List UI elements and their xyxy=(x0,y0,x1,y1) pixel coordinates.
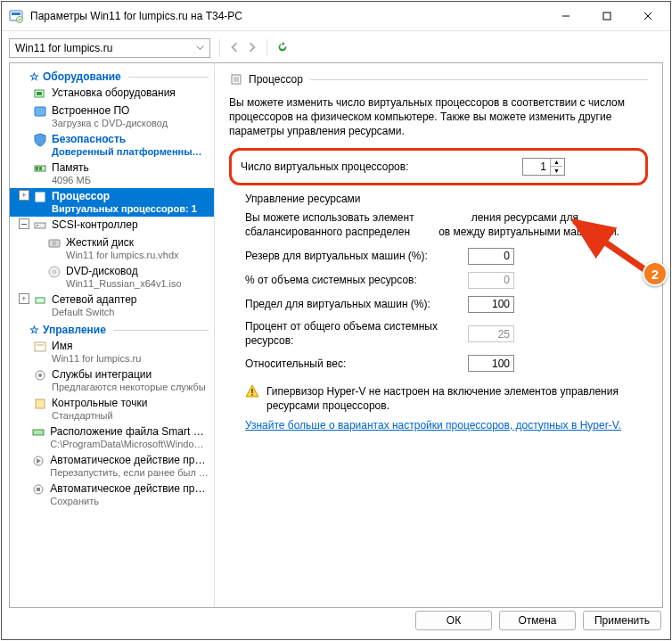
weight-label: Относительный вес: xyxy=(245,357,468,370)
tree-item-processor[interactable]: ПроцессорВиртуальных процессоров: 1 xyxy=(10,188,214,217)
nav-back-button[interactable] xyxy=(229,42,240,55)
svg-rect-30 xyxy=(37,488,40,491)
tree-item-network[interactable]: Сетевой адаптерDefault Switch xyxy=(10,292,214,320)
settings-window: Параметры Win11 for lumpics.ru на T34-PC… xyxy=(1,1,671,640)
svg-point-20 xyxy=(53,271,56,274)
pct-sys-value xyxy=(468,272,514,289)
spin-up-button[interactable]: ▲ xyxy=(551,159,562,168)
tree-item-auto-stop[interactable]: Автоматическое действие при за…Сохранить xyxy=(10,481,214,509)
svg-rect-15 xyxy=(35,223,45,228)
settings-tree[interactable]: ☆ Оборудование Установка оборудования Вс… xyxy=(10,63,215,607)
svg-rect-12 xyxy=(39,167,42,170)
tree-item-scsi[interactable]: SCSI-контроллер xyxy=(10,217,214,234)
vm-selector-dropdown[interactable]: Win11 for lumpics.ru xyxy=(9,38,210,58)
warning-row: Гипервизор Hyper-V не настроен на включе… xyxy=(245,384,648,413)
app-icon xyxy=(9,9,23,23)
svg-rect-26 xyxy=(36,399,45,408)
tree-item-name[interactable]: ИмяWin11 for lumpics.ru xyxy=(10,338,214,366)
svg-rect-33 xyxy=(251,389,253,393)
description-text: Вы можете изменить число виртуальных про… xyxy=(229,95,648,139)
network-icon xyxy=(33,293,47,308)
cancel-button[interactable]: Отмена xyxy=(499,611,576,630)
svg-rect-1 xyxy=(12,12,20,15)
tree-item-security[interactable]: БезопасностьДоверенный платформенны… xyxy=(10,131,214,160)
svg-rect-22 xyxy=(35,342,45,351)
window-title: Параметры Win11 for lumpics.ru на T34-PC xyxy=(30,10,545,22)
toolbar-divider xyxy=(266,39,267,57)
warning-text: Гипервизор Hyper-V не настроен на включе… xyxy=(266,384,648,413)
tree-item-hdd[interactable]: Жесткий дискWin11 for lumpics.ru.vhdx xyxy=(10,234,214,263)
pct-total-label: Процент от общего объема системных ресур… xyxy=(245,320,468,348)
tree-item-integration[interactable]: Службы интеграцииПредлагаются некоторые … xyxy=(10,366,214,395)
learn-more-link[interactable]: Узнайте больше о вариантах настройки про… xyxy=(245,419,621,431)
svg-rect-27 xyxy=(33,430,44,435)
tree-item-checkpoints[interactable]: Контрольные точкиСтандартный xyxy=(10,395,214,423)
svg-rect-32 xyxy=(234,77,239,82)
autostop-icon xyxy=(31,482,45,497)
svg-rect-9 xyxy=(35,107,45,116)
spin-down-button[interactable]: ▼ xyxy=(551,167,562,175)
reserve-input[interactable] xyxy=(468,248,514,265)
collapse-icon[interactable] xyxy=(19,218,29,229)
firmware-icon xyxy=(33,104,47,119)
expand-icon[interactable] xyxy=(19,190,29,201)
vcpu-input-field[interactable] xyxy=(523,160,550,173)
tree-item-auto-start[interactable]: Автоматическое действие при за…Перезапус… xyxy=(10,452,214,481)
nav-forward-button[interactable] xyxy=(247,42,258,55)
scsi-icon xyxy=(33,218,47,233)
tree-item-firmware[interactable]: Встроенное ПОЗагрузка с DVD-дисковод xyxy=(10,103,214,131)
group-header: Процессор xyxy=(229,72,648,86)
minimize-button[interactable] xyxy=(545,2,586,30)
name-icon xyxy=(33,340,47,354)
titlebar: Параметры Win11 for lumpics.ru на T34-PC xyxy=(2,2,670,31)
shield-icon xyxy=(33,133,47,147)
warning-icon xyxy=(245,384,259,401)
resource-desc: Вы можете использовать элементXXXXXXXXле… xyxy=(245,210,648,239)
expand-icon[interactable] xyxy=(19,293,29,304)
tree-section-management[interactable]: ☆ Управление xyxy=(15,324,214,336)
svg-rect-4 xyxy=(603,12,611,20)
svg-point-18 xyxy=(53,242,57,246)
weight-input[interactable] xyxy=(468,355,514,372)
maximize-button[interactable] xyxy=(586,2,627,30)
limit-label: Предел для виртуальных машин (%): xyxy=(245,298,468,310)
tree-item-dvd[interactable]: DVD-дисководWin11_Russian_x64v1.iso xyxy=(10,263,214,292)
hdd-icon xyxy=(47,236,61,251)
resource-mgmt-header: Управление ресурсами xyxy=(245,193,648,205)
svg-rect-21 xyxy=(36,298,45,303)
svg-point-25 xyxy=(38,374,42,377)
checkpoint-icon xyxy=(33,397,47,411)
reserve-label: Резерв для виртуальных машин (%): xyxy=(245,250,468,262)
memory-icon xyxy=(33,161,47,176)
tree-item-smart-paging[interactable]: Расположение файла Smart PagingC:\Progra… xyxy=(10,423,214,452)
highlight-callout: Число виртуальных процессоров: ▲▼ xyxy=(229,148,648,185)
services-icon xyxy=(33,368,47,382)
refresh-button[interactable] xyxy=(276,41,289,56)
cpu-icon xyxy=(33,190,47,204)
svg-rect-11 xyxy=(36,167,38,170)
close-button[interactable] xyxy=(627,2,668,30)
toolbar-divider xyxy=(219,39,220,57)
dvd-icon xyxy=(47,265,61,279)
chevron-down-icon xyxy=(196,42,204,54)
tree-item-add-hardware[interactable]: Установка оборудования xyxy=(10,85,214,103)
svg-rect-8 xyxy=(37,92,42,95)
annotation-badge: 2 xyxy=(643,261,668,286)
tree-section-hardware[interactable]: ☆ Оборудование xyxy=(15,70,214,83)
vcpu-label: Число виртуальных процессоров: xyxy=(241,160,437,173)
svg-rect-34 xyxy=(251,394,253,396)
apply-button[interactable]: Применить xyxy=(583,611,661,630)
pct-sys-label: % от объема системных ресурсов: xyxy=(245,274,468,286)
ok-button[interactable]: ОК xyxy=(415,611,492,630)
cpu-icon xyxy=(229,72,243,86)
tree-item-memory[interactable]: Память4096 МБ xyxy=(10,160,214,188)
details-pane: Процессор Вы можете изменить число вирту… xyxy=(215,63,662,607)
autostart-icon xyxy=(31,454,45,468)
paging-icon xyxy=(31,425,45,440)
vcpu-input[interactable]: ▲▼ xyxy=(522,158,565,176)
vm-selector-label: Win11 for lumpics.ru xyxy=(15,42,112,54)
limit-input[interactable] xyxy=(468,296,514,313)
pct-total-value xyxy=(468,325,514,342)
add-hardware-icon xyxy=(33,86,47,101)
svg-point-16 xyxy=(37,225,38,226)
